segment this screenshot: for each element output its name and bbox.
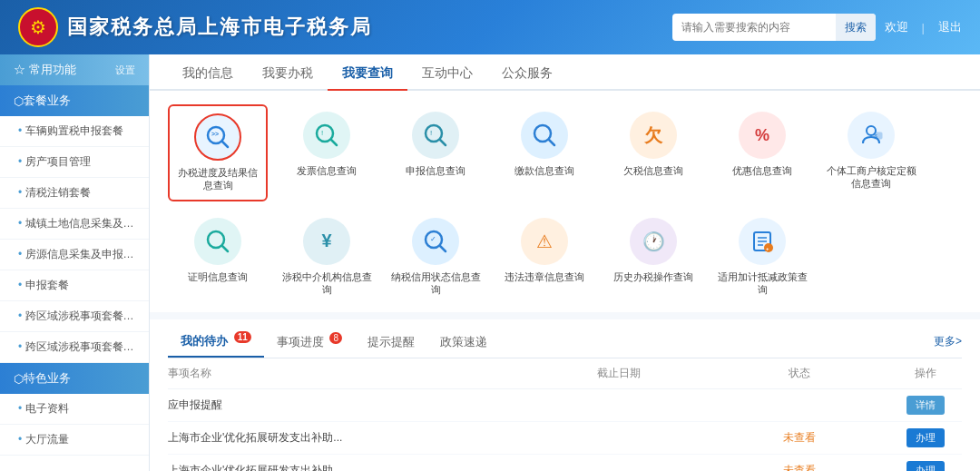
svg-line-1 <box>222 142 228 147</box>
row-name-2: 上海市企业'优化拓展研发支出补助... <box>168 463 529 471</box>
bottom-panel: 我的待办 11 事项进度 8 提示提醒 政策速递 更多> 事项名称 截止日期 状… <box>150 319 980 471</box>
sidebar-item-house[interactable]: 房源信息采集及申报套餐 <box>0 240 149 270</box>
declare-query-icon: ! <box>412 112 459 159</box>
nav-tabs: 我的信息 我要办税 我要查询 互动中心 公众服务 <box>150 54 980 91</box>
sidebar-special-header: ⬡ 特色业务 <box>0 363 149 394</box>
row-status-1: 未查看 <box>709 430 889 446</box>
svg-line-17 <box>440 246 446 251</box>
icon-declare-query[interactable]: ! 申报信息查询 <box>386 104 485 201</box>
icon-label-preferential-query: 优惠信息查询 <box>732 164 792 177</box>
svg-text:!: ! <box>430 129 432 137</box>
panel-tab-policy[interactable]: 政策速递 <box>427 329 500 356</box>
icon-label-agent-query: 涉税中介机构信息查询 <box>281 270 372 297</box>
row-status-2: 未查看 <box>709 463 889 471</box>
row-name-0: 应申报提醒 <box>168 397 529 413</box>
panel-tab-reminder[interactable]: 提示提醒 <box>355 329 427 356</box>
tab-tax-handle[interactable]: 我要办税 <box>248 58 328 91</box>
tab-my-info[interactable]: 我的信息 <box>168 58 248 91</box>
table-row: 上海市企业'优化拓展研发支出补助... 未查看 办理 <box>168 455 962 471</box>
icon-label-declare-query: 申报信息查询 <box>406 164 466 177</box>
welcome-text: 欢迎 <box>885 19 908 35</box>
icon-history-query[interactable]: 🕐 历史办税操作查询 <box>603 211 703 304</box>
pending-badge: 11 <box>234 331 251 343</box>
proof-query-icon <box>194 218 241 265</box>
sidebar-item-cross-region1[interactable]: 跨区域涉税事项套餐（本市去外... <box>0 301 149 332</box>
tab-interactive[interactable]: 互动中心 <box>407 58 487 91</box>
tab-public[interactable]: 公众服务 <box>487 58 567 91</box>
icon-label-history-query: 历史办税操作查询 <box>613 270 693 283</box>
panel-tab-pending[interactable]: 我的待办 11 <box>168 327 264 357</box>
icon-invoice[interactable]: ! 发票信息查询 <box>277 104 377 201</box>
credit-query-icon: ✓ <box>412 218 459 265</box>
sidebar-package-header: ⬡ 套餐业务 <box>0 85 149 116</box>
sidebar-item-tax-cancel[interactable]: 清税注销套餐 <box>0 178 149 209</box>
icon-preferential-query[interactable]: % 优惠信息查询 <box>712 104 812 201</box>
svg-text:>>: >> <box>211 131 219 137</box>
icon-label-proof-query: 证明信息查询 <box>188 270 248 283</box>
icon-individual-biz[interactable]: $ 个体工商户核定定额信息查询 <box>821 104 921 201</box>
icon-violation-query[interactable]: ⚠ 违法违章信息查询 <box>495 211 594 304</box>
icon-label-individual-biz: 个体工商户核定定额信息查询 <box>826 164 916 191</box>
search-input[interactable] <box>672 21 836 34</box>
star-icon: ☆ 常用功能 <box>14 62 76 78</box>
sidebar-item-property[interactable]: 房产项目管理 <box>0 147 149 178</box>
svg-text:!: ! <box>321 129 323 137</box>
detail-button-0[interactable]: 详情 <box>906 396 945 415</box>
icon-agent-query[interactable]: ¥ 涉税中介机构信息查询 <box>277 211 377 304</box>
row-name-1: 上海市企业'优化拓展研发支出补助... <box>168 430 529 446</box>
row-action-1: 办理 <box>889 428 962 447</box>
main-layout: ☆ 常用功能 设置 ⬡ 套餐业务 车辆购置税申报套餐 房产项目管理 清税注销套餐… <box>0 54 980 471</box>
icon-arrear-query[interactable]: 欠 欠税信息查询 <box>603 104 703 201</box>
search-box: 搜索 <box>672 14 876 41</box>
progress-badge: 8 <box>329 332 342 344</box>
package-icon: ⬡ <box>14 94 24 108</box>
deduction-policy-icon: + <box>739 218 786 265</box>
col-name-label: 事项名称 <box>168 366 529 381</box>
sidebar-item-vehicle[interactable]: 车辆购置税申报套餐 <box>0 116 149 147</box>
sidebar-item-edoc[interactable]: 电子资料 <box>0 394 149 425</box>
table-row: 上海市企业'优化拓展研发支出补助... 未查看 办理 <box>168 422 962 455</box>
payment-query-icon <box>521 112 568 159</box>
icon-label-payment-query: 缴款信息查询 <box>514 164 574 177</box>
icon-payment-query[interactable]: 缴款信息查询 <box>495 104 594 201</box>
icon-credit-query[interactable]: ✓ 纳税信用状态信息查询 <box>386 211 485 304</box>
handle-button-2[interactable]: 办理 <box>906 461 945 471</box>
icon-label-violation-query: 违法违章信息查询 <box>505 270 584 283</box>
icon-label-invoice: 发票信息查询 <box>297 164 357 177</box>
sidebar: ☆ 常用功能 设置 ⬡ 套餐业务 车辆购置税申报套餐 房产项目管理 清税注销套餐… <box>0 54 150 471</box>
col-action-label: 操作 <box>889 366 962 381</box>
panel-tab-progress[interactable]: 事项进度 8 <box>264 328 355 356</box>
icon-proof-query[interactable]: 证明信息查询 <box>168 211 268 304</box>
icon-label-deduction-policy: 适用加计抵减政策查询 <box>717 270 808 297</box>
sidebar-item-traffic[interactable]: 大厅流量 <box>0 425 149 456</box>
violation-query-icon: ⚠ <box>521 218 568 265</box>
svg-text:$: $ <box>875 133 877 139</box>
handle-button-1[interactable]: 办理 <box>906 428 945 447</box>
icon-deduction-policy[interactable]: + 适用加计抵减政策查询 <box>712 211 812 304</box>
svg-line-4 <box>331 140 337 145</box>
svg-line-7 <box>440 140 446 145</box>
tab-query[interactable]: 我要查询 <box>328 58 407 91</box>
special-icon: ⬡ <box>14 372 24 386</box>
individual-biz-icon: $ <box>848 112 895 159</box>
sidebar-item-cross-region2[interactable]: 跨区域涉税事项套餐（本市跨区） <box>0 332 149 363</box>
settings-label[interactable]: 设置 <box>115 64 135 77</box>
logout-button[interactable]: 退出 <box>938 19 962 35</box>
col-date-label: 截止日期 <box>529 366 710 381</box>
more-link[interactable]: 更多> <box>934 334 962 349</box>
header: ⚙ 国家税务总局上海市电子税务局 搜索 欢迎 | 退出 <box>0 0 980 54</box>
agent-query-icon: ¥ <box>303 218 350 265</box>
history-query-icon: 🕐 <box>630 218 677 265</box>
icon-label-credit-query: 纳税信用状态信息查询 <box>390 270 481 297</box>
search-button[interactable]: 搜索 <box>836 14 876 41</box>
arrear-query-icon: 欠 <box>630 112 677 159</box>
sidebar-item-land[interactable]: 城镇土地信息采集及申报套餐 <box>0 209 149 240</box>
tax-progress-icon: >> <box>194 113 241 161</box>
invoice-icon: ! <box>303 112 350 159</box>
icons-grid: >> 办税进度及结果信息查询 ! 发票信息查询 <box>150 91 980 312</box>
icon-label-arrear-query: 欠税信息查询 <box>623 164 683 177</box>
icon-tax-progress[interactable]: >> 办税进度及结果信息查询 <box>168 104 268 201</box>
header-title: 国家税务总局上海市电子税务局 <box>67 14 372 41</box>
sidebar-item-declare[interactable]: 申报套餐 <box>0 270 149 301</box>
svg-text:✓: ✓ <box>430 235 436 243</box>
